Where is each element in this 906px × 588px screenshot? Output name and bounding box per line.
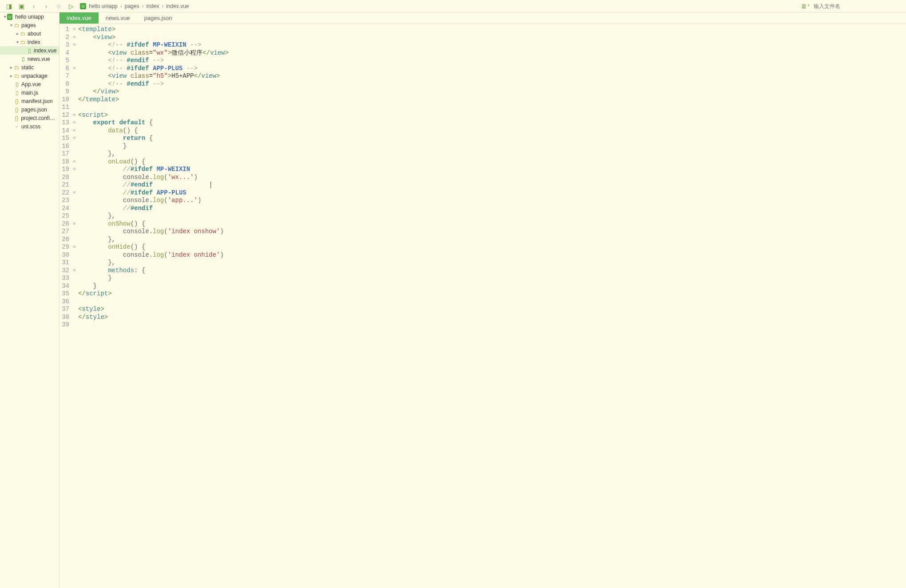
editor-tab[interactable]: news.vue (99, 12, 137, 24)
code-line[interactable]: <view class="wx">微信小程序</view> (78, 49, 906, 57)
code-line[interactable]: <script> (78, 111, 906, 119)
tree-item-label: static (21, 64, 34, 71)
editor-tab[interactable]: index.vue (60, 12, 99, 24)
breadcrumb: U hello uniapp › pages › index › index.v… (80, 3, 190, 9)
code-line[interactable]: //#endif (78, 205, 906, 213)
code-editor[interactable]: 1⊟2⊟3⊟456⊟789101112⊟13⊟14⊟15⊟161718⊟19⊟2… (60, 24, 906, 588)
breadcrumb-item[interactable]: index.vue (166, 3, 189, 9)
tree-item[interactable]: ◦uni.scss (0, 122, 59, 131)
code-line[interactable]: <!-- #endif --> (78, 57, 906, 65)
toolbar: ◨ ▣ ‹ › ☆ ▷ U hello uniapp › pages › ind… (0, 0, 906, 12)
tree-item-label: uni.scss (21, 123, 40, 130)
tree-item[interactable]: ▸🗀static (0, 63, 59, 72)
nav-back-icon[interactable]: ‹ (28, 1, 39, 12)
project-badge-icon: U (80, 3, 86, 9)
editor-tabs: index.vuenews.vuepages.json (60, 12, 906, 24)
code-line[interactable]: <!-- #endif --> (78, 80, 906, 88)
tree-item[interactable]: ▯main.js (0, 88, 59, 97)
code-line[interactable]: } (78, 274, 906, 282)
chevron-down-icon[interactable]: ▾ (15, 40, 20, 44)
code-line[interactable] (78, 298, 906, 306)
editor-area: index.vuenews.vuepages.json 1⊟2⊟3⊟456⊟78… (60, 12, 906, 588)
file-type-icon: ▯ (20, 56, 27, 62)
code-line[interactable]: data() { (78, 127, 906, 135)
file-type-icon: {} (13, 115, 20, 121)
code-content[interactable]: <template> <view> <!-- #ifdef MP-WEIXIN … (78, 24, 906, 588)
tree-item[interactable]: {}manifest.json (0, 97, 59, 105)
run-icon[interactable]: ▷ (66, 1, 76, 12)
code-line[interactable]: console.log('wx...') (78, 174, 906, 182)
chevron-right-icon[interactable]: ▸ (9, 65, 13, 70)
chevron-right-icon[interactable]: ▸ (15, 31, 20, 36)
app-icon[interactable]: ◨ (4, 1, 14, 12)
tree-item[interactable]: ▾Uhello uniapp (0, 12, 59, 21)
code-line[interactable]: <!-- #ifdef APP-PLUS --> (78, 65, 906, 73)
code-line[interactable]: }, (78, 236, 906, 244)
tree-item[interactable]: ▸🗀about (0, 29, 59, 38)
tree-item-label: manifest.json (21, 98, 53, 104)
code-line[interactable]: <template> (78, 26, 906, 34)
code-line[interactable]: export default { (78, 119, 906, 127)
breadcrumb-item[interactable]: index (146, 3, 159, 9)
code-line[interactable]: <!-- #ifdef MP-WEIXIN --> (78, 41, 906, 49)
chevron-right-icon[interactable]: ▸ (9, 73, 13, 78)
tree-item[interactable]: ▯index.vue (0, 46, 59, 55)
code-line[interactable]: console.log('index onshow') (78, 228, 906, 236)
tree-item[interactable]: ▾🗀index (0, 38, 59, 46)
tree-item[interactable]: ▯App.vue (0, 80, 59, 88)
breadcrumb-item[interactable]: hello uniapp (89, 3, 118, 9)
new-file-icon[interactable]: 🗎⁺ (801, 3, 810, 10)
code-line[interactable]: return { (78, 135, 906, 143)
chevron-down-icon[interactable]: ▾ (9, 23, 13, 28)
search-area: 🗎⁺ (801, 3, 902, 10)
code-line[interactable]: onLoad() { (78, 158, 906, 166)
file-type-icon: 🗀 (13, 64, 20, 71)
code-line[interactable]: </template> (78, 96, 906, 104)
tree-item[interactable]: {}pages.json (0, 105, 59, 114)
tree-item-label: pages.json (21, 107, 47, 113)
code-line[interactable]: <style> (78, 306, 906, 314)
code-line[interactable]: console.log('app...') (78, 197, 906, 205)
save-icon[interactable]: ▣ (16, 1, 27, 12)
tree-item-label: project.config.... (21, 115, 57, 121)
file-explorer[interactable]: ▾Uhello uniapp▾🗀pages▸🗀about▾🗀index▯inde… (0, 12, 60, 588)
code-line[interactable] (78, 321, 906, 329)
code-line[interactable] (78, 103, 906, 111)
tree-item[interactable]: ▾🗀pages (0, 21, 59, 29)
file-type-icon: {} (13, 98, 20, 104)
tree-item-label: news.vue (28, 56, 50, 62)
code-line[interactable]: }, (78, 259, 906, 267)
code-line[interactable]: </style> (78, 314, 906, 322)
star-icon[interactable]: ☆ (53, 1, 64, 12)
code-line[interactable]: } (78, 143, 906, 151)
code-line[interactable]: <view> (78, 34, 906, 42)
main: ▾Uhello uniapp▾🗀pages▸🗀about▾🗀index▯inde… (0, 12, 906, 588)
code-line[interactable]: }, (78, 212, 906, 220)
code-line[interactable]: onShow() { (78, 220, 906, 228)
code-line[interactable]: <view class="h5">H5+APP</view> (78, 72, 906, 80)
code-line[interactable]: </script> (78, 290, 906, 298)
code-line[interactable]: }, (78, 150, 906, 158)
filename-search-input[interactable] (814, 3, 902, 9)
tree-item[interactable]: ▯news.vue (0, 55, 59, 63)
nav-forward-icon[interactable]: › (41, 1, 52, 12)
chevron-right-icon: › (120, 3, 122, 9)
code-line[interactable]: </view> (78, 88, 906, 96)
code-line[interactable]: //#ifdef MP-WEIXIN (78, 166, 906, 174)
tree-item-label: unpackage (21, 73, 48, 79)
breadcrumb-item[interactable]: pages (125, 3, 139, 9)
chevron-down-icon[interactable]: ▾ (3, 14, 7, 19)
line-gutter: 1⊟2⊟3⊟456⊟789101112⊟13⊟14⊟15⊟161718⊟19⊟2… (60, 24, 78, 588)
code-line[interactable]: onHide() { (78, 243, 906, 251)
code-line[interactable]: methods: { (78, 267, 906, 275)
code-line[interactable]: } (78, 282, 906, 290)
tree-item-label: App.vue (21, 81, 41, 87)
tree-item-label: hello uniapp (15, 14, 44, 20)
editor-tab[interactable]: pages.json (137, 12, 179, 24)
code-line[interactable]: //#endif (78, 181, 906, 189)
code-line[interactable]: console.log('index onhide') (78, 251, 906, 259)
code-line[interactable]: //#ifdef APP-PLUS (78, 189, 906, 197)
tree-item[interactable]: ▸🗀unpackage (0, 72, 59, 80)
tree-item[interactable]: {}project.config.... (0, 114, 59, 122)
file-type-icon: ▯ (13, 81, 20, 87)
